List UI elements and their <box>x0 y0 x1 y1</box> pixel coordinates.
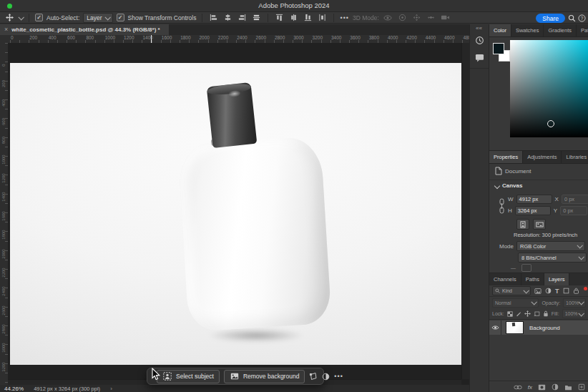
tab-gradients[interactable]: Gradients <box>544 24 577 36</box>
adjustment-icon[interactable] <box>322 371 330 381</box>
window-title: Adobe Photoshop 2024 <box>0 1 588 9</box>
search-icon[interactable] <box>568 14 576 22</box>
fill-field[interactable]: 100% <box>562 309 586 318</box>
tab-layers[interactable]: Layers <box>544 273 570 285</box>
eye-icon <box>491 325 499 330</box>
move-tool-icon[interactable] <box>4 13 15 22</box>
color-mode-dropdown[interactable]: RGB Color <box>516 241 585 251</box>
close-tab-icon[interactable]: × <box>4 26 8 33</box>
ruler-tick-label: 3600 <box>350 35 360 40</box>
align-left-edges-icon[interactable] <box>208 13 219 22</box>
layer-effects-icon[interactable]: fx <box>528 384 532 391</box>
filter-pixel-layers-icon[interactable] <box>534 288 542 294</box>
remove-background-button[interactable]: Remove background <box>224 370 305 383</box>
tab-patterns[interactable]: Patterns <box>577 24 588 36</box>
new-group-icon[interactable] <box>564 384 572 391</box>
auto-select-checkbox[interactable]: ✓ <box>35 14 43 21</box>
add-layer-mask-icon[interactable] <box>538 384 546 391</box>
distribute-vertical-centers-icon[interactable] <box>251 13 262 22</box>
tab-paths[interactable]: Paths <box>521 273 544 285</box>
y-label: Y <box>554 207 557 214</box>
link-layers-icon[interactable] <box>514 385 522 390</box>
comments-panel-icon[interactable] <box>475 54 484 62</box>
show-transform-checkbox[interactable]: ✓ <box>117 14 124 21</box>
ruler-tick-label: 1600 <box>162 35 172 40</box>
tool-preset-chevron-icon[interactable] <box>18 14 24 20</box>
more-options-icon[interactable]: ••• <box>340 14 348 21</box>
layer-thumbnail[interactable] <box>506 321 524 334</box>
ruler-tick-label: 1400 <box>1 189 6 205</box>
x-field[interactable]: 0 px <box>562 195 588 204</box>
landscape-orientation-button[interactable] <box>533 219 546 230</box>
bit-depth-dropdown[interactable]: 8 Bits/Channel <box>518 253 587 263</box>
ruler-tick-label: 2800 <box>1 321 6 337</box>
width-field[interactable]: 4912 px <box>516 195 552 204</box>
auto-select-target-dropdown[interactable]: Layer <box>83 13 112 23</box>
filter-smart-objects-icon[interactable] <box>573 288 579 294</box>
canvas-section-header[interactable]: Canvas <box>495 182 522 189</box>
zoom-level-field[interactable]: 44.26% <box>4 386 24 392</box>
foreground-color-swatch[interactable] <box>493 43 504 54</box>
collapse-panels-icon[interactable]: «« <box>476 25 482 31</box>
layer-filter-toggle[interactable] <box>584 287 587 290</box>
transform-image-icon[interactable] <box>309 371 318 381</box>
3d-roll-icon <box>397 13 408 22</box>
layer-row-background[interactable]: Background <box>489 320 588 335</box>
ruler-tick-label: 1600 <box>1 208 6 224</box>
tab-adjustments[interactable]: Adjustments <box>523 151 562 163</box>
bottle-cap <box>207 82 258 148</box>
new-layer-icon[interactable] <box>578 383 585 391</box>
filter-adjustment-layers-icon[interactable] <box>545 288 552 294</box>
status-bar: 44.26% 4912 px x 3264 px (300 ppi) › <box>0 385 469 392</box>
select-subject-button[interactable]: Select subject <box>157 370 220 383</box>
svg-text:?: ? <box>581 16 584 21</box>
filter-kind-dropdown[interactable]: Kind <box>492 286 531 295</box>
height-field[interactable]: 3264 px <box>515 206 551 215</box>
tab-libraries[interactable]: Libraries <box>562 151 588 163</box>
distribute-spacing-icon[interactable] <box>317 13 328 22</box>
lock-pixels-icon[interactable] <box>516 311 521 317</box>
ruler-tick-label: 2600 <box>256 35 266 40</box>
filter-shape-layers-icon[interactable] <box>563 288 569 294</box>
document-tab[interactable]: × white_cosmetic_plastic_bottle.psd @ 44… <box>0 24 169 35</box>
align-right-edges-icon[interactable] <box>237 13 248 22</box>
ruler-tick-label: 1200 <box>124 35 134 40</box>
ruler-tick-label: 3000 <box>1 340 6 356</box>
opacity-label: Opacity: <box>542 300 560 305</box>
auto-select-target-value: Layer <box>87 14 102 21</box>
tab-swatches[interactable]: Swatches <box>511 24 544 36</box>
canvas-image[interactable] <box>10 63 461 365</box>
share-button[interactable]: Share <box>536 14 565 23</box>
tab-channels[interactable]: Channels <box>489 273 521 285</box>
align-top-edges-icon[interactable] <box>274 13 285 22</box>
distribute-horizontal-centers-icon[interactable] <box>288 13 299 22</box>
align-horizontal-centers-icon[interactable] <box>222 13 233 22</box>
color-picker-field[interactable] <box>510 40 588 137</box>
bottle-body <box>177 136 332 332</box>
ruler-tick-label: 600 <box>67 35 75 40</box>
portrait-orientation-button[interactable] <box>516 219 529 230</box>
opacity-field[interactable]: 100% <box>563 298 586 308</box>
lock-position-icon[interactable] <box>524 310 531 317</box>
history-panel-icon[interactable] <box>475 36 484 45</box>
tab-color[interactable]: Color <box>489 24 511 36</box>
color-picker-cursor[interactable] <box>547 120 554 127</box>
separator <box>29 14 29 22</box>
y-field[interactable]: 0 px <box>560 206 587 215</box>
layer-visibility-cell[interactable] <box>489 320 501 335</box>
lock-artboard-icon[interactable] <box>534 311 540 317</box>
chevron-down-icon <box>578 299 584 305</box>
tab-properties[interactable]: Properties <box>489 151 523 163</box>
blend-mode-dropdown[interactable]: Normal <box>492 298 539 308</box>
link-dimensions-icon[interactable] <box>499 198 505 214</box>
filter-kind-value: Kind <box>502 288 512 293</box>
ruler-tick-label: 2800 <box>275 35 285 40</box>
status-chevron-icon[interactable]: › <box>110 386 112 392</box>
help-icon[interactable]: ? <box>578 14 586 22</box>
filter-type-layers-icon[interactable]: T <box>555 288 559 295</box>
align-bottom-edges-icon[interactable] <box>303 13 313 22</box>
new-adjustment-layer-icon[interactable] <box>552 383 559 391</box>
lock-transparency-icon[interactable] <box>507 311 513 317</box>
lock-all-icon[interactable] <box>543 310 549 317</box>
taskbar-more-icon[interactable]: ••• <box>334 373 343 380</box>
